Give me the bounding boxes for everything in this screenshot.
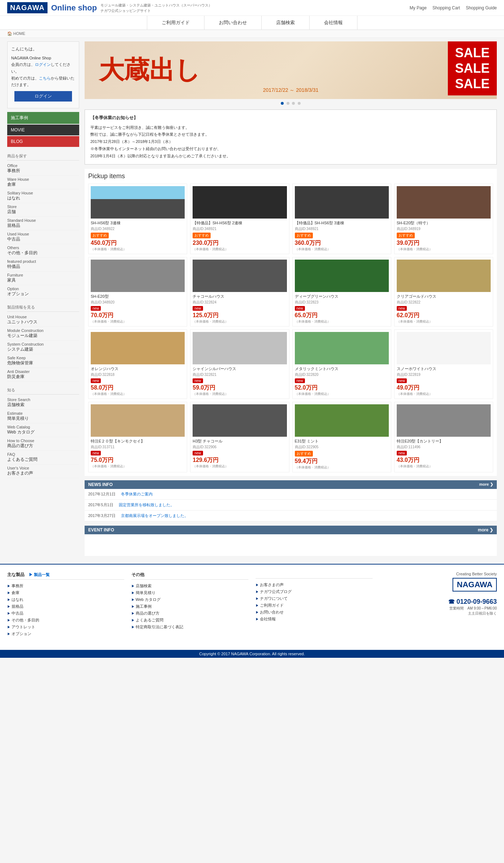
footer-store-search[interactable]: 店舗検索 [136,584,152,588]
footer-hours: 営業時間 AM 9:00～PM6:00 土土日祝日を除く [380,606,497,616]
footer-guide[interactable]: ご利用ガイド [260,603,284,607]
sidebar-item-option[interactable]: Optionオプション [7,285,79,299]
product-card-15[interactable]: E31型 ミント 商品ID:322905 おすすめ 59.4万円 （本体価格・消… [292,402,391,472]
tab-blog[interactable]: BLOG [7,136,79,147]
product-price-11: 52.0万円 [295,384,389,392]
sidebar-item-storesearch[interactable]: Store Search店舗検索 [7,396,79,410]
footer-tokusho[interactable]: 特定商取引法に基づく表記 [136,625,183,629]
sidebar-item-module[interactable]: Module Constructionモジュール建築 [7,327,79,341]
footer-product-outlet[interactable]: アウトレット [12,625,35,629]
product-card-1[interactable]: SH-HS6型 3連棟 商品ID:348922 おすすめ 450.0万円 （本体… [88,184,187,254]
sidebar-item-system[interactable]: System Constructionシステム建築 [7,341,79,354]
footer-faq[interactable]: よくあるご質問 [136,618,163,622]
footer-how-to-choose[interactable]: 商品の選び方 [136,611,159,615]
sidebar-item-webcatalog[interactable]: Web CatalogWeb カタログ [7,423,79,437]
dot-4[interactable] [298,102,301,105]
footer-product-standard[interactable]: 規格品 [12,604,23,608]
product-card-8[interactable]: クリアゴールドハウス 商品ID:322822 new 62.0万円 （本体価格・… [394,257,493,327]
dot-3[interactable] [292,102,295,105]
footer-product-warehouse[interactable]: 倉庫 [12,590,19,595]
sidebar-item-uservoice[interactable]: User's Voiceお客さまの声 [7,464,79,478]
cart-link[interactable]: Shopping Cart [432,5,460,10]
product-name-14: H3型 チャコール [193,439,287,444]
footer-about[interactable]: ナガワについて [260,596,288,601]
footer-copyright: Copyright © 2017 NAGAWA Corporation. All… [0,650,504,658]
sidebar-item-warehouse[interactable]: Ware House倉庫 [7,176,79,189]
product-name-1: SH-HS6型 3連棟 [91,220,185,226]
product-card-13[interactable]: 特注E２０型【キンモクセイ】 商品ID:313711 new 75.0万円 （本… [88,402,187,472]
dot-1[interactable] [281,102,284,105]
sidebar-item-furniture[interactable]: Furniture家具 [7,271,79,285]
footer-products-list-link[interactable]: ▶ 製品一覧 [29,572,50,577]
footer-product-office[interactable]: 事務所 [12,584,23,588]
sidebar-item-estimate[interactable]: Estimate簡単見積り [7,410,79,423]
sidebar-item-others[interactable]: Othersその他・多目的 [7,244,79,258]
product-price-1: 450.0万円 [91,239,185,247]
product-card-16[interactable]: 特注E20型【カントリー】 商品ID:111496 new 43.0万円 （本体… [394,402,493,472]
news-link-3[interactable]: 京都南展示場をオープン致しました。 [121,513,188,518]
footer-product-hanare[interactable]: はなれ [12,597,23,602]
product-card-9[interactable]: オレンジハウス 商品ID:322818 new 58.0万円 （本体価格・消費税… [88,329,187,399]
login-button[interactable]: ログイン [14,91,72,102]
news-link-1[interactable]: 冬季休業のご案内 [121,491,153,497]
footer-product-others[interactable]: その他・多目的 [12,618,39,622]
product-price-15: 59.4万円 [295,458,389,465]
product-card-4[interactable]: SH-E20型（特寸） 商品ID:348919 おすすめ 39.0万円 （本体価… [394,184,493,254]
nav-item-ご利用ガイド[interactable]: ご利用ガイド [147,16,204,30]
tab-cases[interactable]: 施工事例 [7,112,79,124]
nav-item-店舗検索[interactable]: 店舗検索 [262,16,310,30]
sidebar-item-featured[interactable]: featured product特価品 [7,258,79,271]
news-item-2[interactable]: 2017年5月1日 固定営業所を移転致しました。 [85,500,497,511]
footer-product-option[interactable]: オプション [12,631,31,636]
sidebar-item-store[interactable]: Store店舗 [7,203,79,217]
footer-cases[interactable]: 施工事例 [136,604,152,608]
product-card-7[interactable]: ディープグリーンハウス 商品ID:322823 new 65.0万円 （本体価格… [292,257,391,327]
product-image-15 [295,404,389,437]
my-page-link[interactable]: My Page [410,5,427,10]
login-link[interactable]: ログイン [35,62,51,67]
sidebar-item-faq[interactable]: FAQよくあるご質問 [7,451,79,464]
product-id-3: 商品ID:348921 [295,226,389,232]
dot-2[interactable] [287,102,289,105]
product-id-5: 商品ID:348920 [91,300,185,305]
info-title: 製品情報を見る [7,302,79,312]
nav-item-会社情報[interactable]: 会社情報 [310,16,357,30]
sidebar-item-office[interactable]: Office事務所 [7,162,79,176]
product-card-2[interactable]: 【特価品】SH-HS6型 2連棟 商品ID:348921 おすすめ 230.0万… [190,184,289,254]
guide-link[interactable]: Shopping Guide [466,5,497,10]
product-card-3[interactable]: 【特価品】SH-HS6型 3連棟 商品ID:348921 おすすめ 360.0万… [292,184,391,254]
sidebar-item-used[interactable]: Used House中古品 [7,230,79,244]
product-image-2 [193,186,287,219]
sidebar-item-unithouse[interactable]: Unit Houseユニットハウス [7,313,79,327]
footer-voice[interactable]: お客さまの声 [260,583,284,587]
news-link-2[interactable]: 固定営業所を移転致しました。 [119,502,174,508]
nav-item-お問い合わせ[interactable]: お問い合わせ [204,16,262,30]
banner-sale-box: SALE SALE SALE [448,41,497,95]
news-item-1[interactable]: 2017年12月1日 冬季休業のご案内 [85,489,497,500]
banner-image[interactable]: 大蔵出し SALE SALE SALE 2017/12/22 ～ 2018/3/… [85,41,497,99]
footer-product-used[interactable]: 中古品 [12,611,23,615]
footer-estimate[interactable]: 簡単見積り [136,590,156,595]
sidebar-item-safekeep[interactable]: Safe Keep危険物保管庫 [7,354,79,368]
product-card-10[interactable]: シャインシルバーハウス 商品ID:322821 new 59.0万円 （本体価格… [190,329,289,399]
sidebar-item-antidisaster[interactable]: Anti Disaster防災倉庫 [7,368,79,382]
event-more-link[interactable]: more ❯ [478,527,493,532]
product-card-5[interactable]: SH-E20型 商品ID:348920 new 70.0万円 （本体価格・消費税… [88,257,187,327]
news-item-3[interactable]: 2017年3月27日 京都南展示場をオープン致しました。 [85,511,497,521]
news-more-link[interactable]: more ❯ [479,482,493,487]
product-card-6[interactable]: チャコールハウス 商品ID:322824 new 125.0万円 （本体価格・消… [190,257,289,327]
product-card-14[interactable]: H3型 チャコール 商品ID:322906 new 129.6万円 （本体価格・… [190,402,289,472]
product-card-12[interactable]: スノーホワイトハウス 商品ID:322819 new 49.0万円 （本体価格・… [394,329,493,399]
footer-contact[interactable]: お問い合わせ [260,610,284,614]
sidebar-item-standard[interactable]: Standard House規格品 [7,217,79,230]
sidebar-item-solitary[interactable]: Solitary Houseはなれ [7,189,79,203]
footer-company[interactable]: 会社情報 [260,617,276,621]
product-card-11[interactable]: メタリックミントハウス 商品ID:322820 new 52.0万円 （本体価格… [292,329,391,399]
logo[interactable]: NAGAWA [7,2,48,13]
tab-movie[interactable]: MOVIE [7,125,79,135]
register-link[interactable]: こちら [39,76,51,80]
footer-blog[interactable]: ナガワ公式ブログ [260,589,292,594]
product-grid: SH-HS6型 3連棟 商品ID:348922 おすすめ 450.0万円 （本体… [88,184,493,472]
sidebar-item-howtochoose[interactable]: How to Choose商品の選び方 [7,437,79,451]
footer-webcatalog[interactable]: Web カタログ [136,597,161,602]
